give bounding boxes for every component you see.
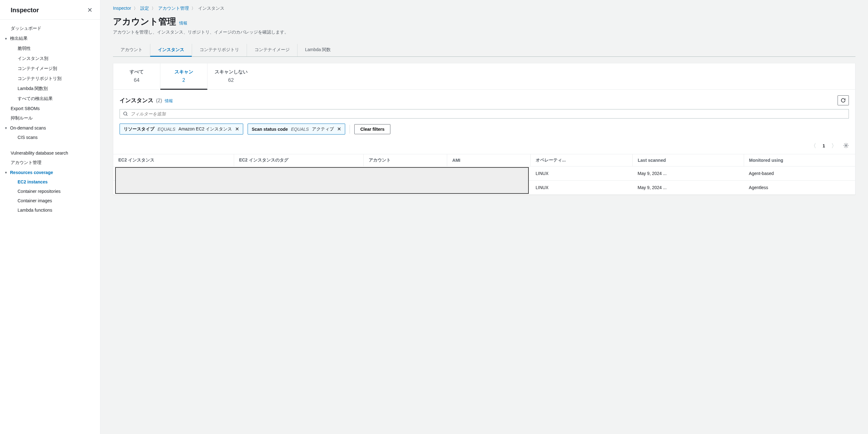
column-header[interactable]: オペレーティ... [531,154,633,167]
sidebar-item[interactable]: Vulnerability database search [0,148,100,158]
table-cell: LINUX [531,180,633,195]
gear-icon [843,143,849,148]
table-cell: May 9, 2024 ... [633,167,744,180]
info-link[interactable]: 情報 [179,21,187,26]
redacted-region [115,167,529,194]
table-cell: Agent-based [744,167,855,180]
sidebar-item[interactable]: すべての検出結果 [0,94,100,104]
chip-field: Scan status code [252,127,288,132]
svg-point-1 [845,144,847,146]
sidebar-item[interactable]: Lambda functions [0,205,100,215]
breadcrumb-link[interactable]: 設定 [140,6,149,11]
sidebar-item[interactable]: 抑制ルール [0,113,100,123]
sidebar-item[interactable]: コンテナイメージ別 [0,64,100,74]
column-header[interactable]: EC2 インスタンス [113,154,234,167]
chip-operator: EQUALS [291,127,309,132]
page-subtitle: アカウントを管理し、インスタンス、リポジトリ、イメージのカバレッジを確認します。 [113,30,856,35]
sidebar: Inspector ✕ ダッシュボード▼検出結果脆弱性インスタンス別コンテナイメ… [0,0,100,434]
page-header: アカウント管理 情報 アカウントを管理し、インスタンス、リポジトリ、イメージのカ… [100,11,868,35]
filter-input[interactable] [130,111,845,116]
table-cell: May 9, 2024 ... [633,180,744,195]
sidebar-item[interactable]: Container images [0,196,100,205]
subtab-label: すべて [113,69,160,75]
sidebar-item[interactable]: CIS scans [0,133,100,142]
chip-value: アクティブ [312,126,334,132]
sidebar-item[interactable]: ダッシュボード [0,24,100,34]
column-header[interactable]: EC2 インスタンスのタグ [234,154,364,167]
chip-field: リソースタイプ [124,126,154,132]
sidebar-section[interactable]: ▼On-demand scans [0,123,100,133]
main-content: Inspector〉設定〉アカウント管理〉インスタンス アカウント管理 情報 ア… [100,0,868,434]
sidebar-section[interactable]: ▼検出結果 [0,34,100,43]
chip-operator: EQUALS [158,127,176,132]
tabs: アカウントインスタンスコンテナリポジトリコンテナイメージLambda 関数 [113,44,856,57]
tab[interactable]: アカウント [113,44,150,57]
subtab[interactable]: スキャンしない62 [208,63,254,89]
subtab[interactable]: スキャン2 [160,63,208,90]
clear-filters-button[interactable]: Clear filters [354,124,391,134]
divider [349,125,350,134]
sidebar-item[interactable]: インスタンス別 [0,54,100,64]
sidebar-item[interactable]: アカウント管理 [0,158,100,168]
tab[interactable]: インスタンス [150,44,192,57]
filter-chip: リソースタイプEQUALSAmazon EC2 インスタンス✕ [120,124,243,135]
chevron-right-icon: 〉 [134,6,138,11]
table-wrapper: EC2 インスタンスEC2 インスタンスのタグアカウントAMIオペレーティ...… [113,154,855,194]
refresh-button[interactable] [838,95,849,105]
column-header[interactable]: Monitored using [744,154,855,167]
sidebar-section-label: On-demand scans [10,126,46,130]
chevron-right-icon: 〉 [152,6,156,11]
caret-down-icon: ▼ [4,37,8,40]
table-cell: LINUX [531,167,633,180]
svg-point-0 [124,112,127,115]
filter-chip: Scan status codeEQUALSアクティブ✕ [248,124,345,135]
subtab-value: 64 [113,77,160,83]
column-header[interactable]: AMI [447,154,531,167]
sidebar-header: Inspector ✕ [0,0,100,20]
filter-input-wrapper[interactable] [120,109,849,119]
breadcrumb-link[interactable]: Inspector [113,6,131,11]
page-number: 1 [823,143,825,148]
breadcrumb: Inspector〉設定〉アカウント管理〉インスタンス [100,0,868,11]
tab[interactable]: コンテナリポジトリ [192,44,247,57]
column-header[interactable]: Last scanned [633,154,744,167]
sidebar-item[interactable]: Lambda 関数別 [0,84,100,94]
search-icon [123,111,128,116]
sidebar-item[interactable]: Container repositories [0,187,100,196]
refresh-icon [841,98,846,103]
sidebar-section[interactable]: ▼Resources coverage [0,168,100,177]
tab[interactable]: コンテナイメージ [247,44,297,57]
close-icon[interactable]: ✕ [87,6,93,14]
filter-chips-row: リソースタイプEQUALSAmazon EC2 インスタンス✕Scan stat… [113,119,855,139]
sidebar-item[interactable]: Export SBOMs [0,104,100,113]
chip-remove-icon[interactable]: ✕ [235,126,239,132]
subtab-value: 2 [160,77,207,83]
breadcrumb-current: インスタンス [198,6,224,11]
panel: すべて64スキャン2スキャンしない62 インスタンス (2) 情報 リソースタイ… [113,63,856,195]
sidebar-item[interactable]: コンテナリポジトリ別 [0,74,100,84]
subtab-label: スキャン [160,69,207,75]
sidebar-section-label: Resources coverage [10,170,53,175]
table-cell: Agentless [744,180,855,195]
caret-down-icon: ▼ [4,171,8,174]
breadcrumb-link[interactable]: アカウント管理 [158,6,189,11]
column-header[interactable]: アカウント [364,154,447,167]
subtab-label: スキャンしない [208,69,254,75]
table-header: インスタンス (2) 情報 [113,90,855,109]
settings-button[interactable] [843,143,849,149]
tab[interactable]: Lambda 関数 [297,44,338,57]
prev-page-icon[interactable]: 〈 [809,141,817,151]
sidebar-item[interactable]: 脆弱性 [0,43,100,54]
sidebar-section-label: 検出結果 [10,36,28,41]
sidebar-nav: ダッシュボード▼検出結果脆弱性インスタンス別コンテナイメージ別コンテナリポジトリ… [0,20,100,219]
table-title: インスタンス [120,97,153,104]
subtab[interactable]: すべて64 [113,63,160,89]
sidebar-title: Inspector [11,7,39,14]
table-info-link[interactable]: 情報 [165,98,173,104]
sidebar-item[interactable]: EC2 instances [0,177,100,187]
caret-down-icon: ▼ [4,126,8,130]
chip-value: Amazon EC2 インスタンス [179,126,232,132]
next-page-icon[interactable]: 〉 [830,141,838,151]
chip-remove-icon[interactable]: ✕ [337,126,341,132]
pagination: 〈 1 〉 [113,139,855,154]
